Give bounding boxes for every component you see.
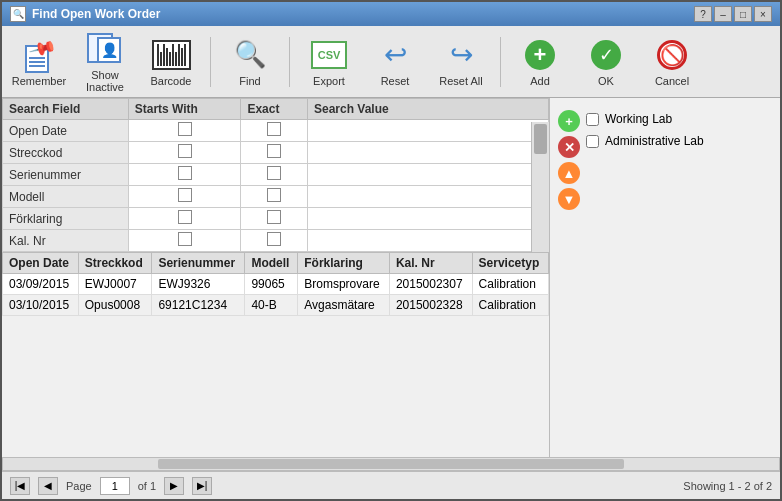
col-header-exact: Exact [241, 99, 308, 120]
results-col-open-date[interactable]: Open Date [3, 253, 79, 274]
table-cell: EWJ9326 [152, 274, 245, 295]
next-page-button[interactable]: ▶ [164, 477, 184, 495]
starts-with-checkbox[interactable] [178, 144, 192, 158]
separator-3 [500, 37, 501, 87]
field-strecckod: Strecckod [3, 142, 129, 164]
table-row[interactable]: 03/10/2015Opus000869121C123440-BAvgasmät… [3, 295, 549, 316]
left-panel: Search Field Starts With Exact Search Va… [2, 98, 550, 457]
search-value-input[interactable] [314, 168, 542, 182]
results-col-kal-nr[interactable]: Kal. Nr [389, 253, 472, 274]
title-bar: 🔍 Find Open Work Order ? – □ × [2, 2, 780, 26]
show-inactive-label: Show Inactive [75, 69, 135, 93]
barcode-icon [153, 37, 189, 73]
reset-button[interactable]: ↩ Reset [364, 31, 426, 93]
search-row-serienummer: Serienummer [3, 164, 549, 186]
search-value-input[interactable] [314, 124, 542, 138]
remember-button[interactable]: 📌 Remember [8, 31, 70, 93]
results-area: Open Date Streckkod Serienummer Modell F… [2, 252, 549, 457]
reset-icon: ↩ [377, 37, 413, 73]
table-cell: 03/09/2015 [3, 274, 79, 295]
search-row-forklaring: Förklaring [3, 208, 549, 230]
search-value-input[interactable] [314, 212, 542, 226]
move-up-button[interactable]: ▲ [558, 162, 580, 184]
table-cell: Bromsprovare [298, 274, 390, 295]
prev-page-button[interactable]: ◀ [38, 477, 58, 495]
search-row-modell: Modell [3, 186, 549, 208]
ok-button[interactable]: ✓ OK [575, 31, 637, 93]
help-button[interactable]: ? [694, 6, 712, 22]
window-icon: 🔍 [10, 6, 26, 22]
exact-checkbox[interactable] [267, 188, 281, 202]
starts-with-checkbox[interactable] [178, 210, 192, 224]
table-row[interactable]: 03/09/2015EWJ0007EWJ932699065Bromsprovar… [3, 274, 549, 295]
results-col-modell[interactable]: Modell [245, 253, 298, 274]
admin-lab-checkbox[interactable] [586, 135, 599, 148]
starts-with-open-date[interactable] [128, 120, 241, 142]
last-page-button[interactable]: ▶| [192, 477, 212, 495]
find-button[interactable]: 🔍 Find [219, 31, 281, 93]
show-inactive-icon: 👤 [87, 31, 123, 67]
search-scrollbar[interactable] [531, 122, 549, 252]
add-label: Add [530, 75, 550, 87]
horizontal-scrollbar[interactable] [2, 457, 780, 471]
starts-with-checkbox[interactable] [178, 122, 192, 136]
table-cell: Calibration [472, 274, 548, 295]
cancel-button[interactable]: 🚫 Cancel [641, 31, 703, 93]
value-open-date[interactable] [307, 120, 548, 142]
exact-open-date[interactable] [241, 120, 308, 142]
exact-checkbox[interactable] [267, 144, 281, 158]
search-row-strecckod: Strecckod [3, 142, 549, 164]
right-controls: + ✕ ▲ ▼ Working Lab Administrative Lab [558, 106, 772, 210]
working-lab-checkbox[interactable] [586, 113, 599, 126]
results-col-streckkod[interactable]: Streckkod [78, 253, 152, 274]
first-page-button[interactable]: |◀ [10, 477, 30, 495]
table-cell: 2015002307 [389, 274, 472, 295]
results-col-serienummer[interactable]: Serienummer [152, 253, 245, 274]
working-lab-label: Working Lab [605, 112, 672, 126]
search-row-kal-nr: Kal. Nr [3, 230, 549, 252]
field-modell: Modell [3, 186, 129, 208]
admin-lab-row: Administrative Lab [586, 132, 704, 150]
close-button[interactable]: × [754, 6, 772, 22]
export-button[interactable]: CSV Export [298, 31, 360, 93]
reset-all-button[interactable]: ↪ Reset All [430, 31, 492, 93]
search-value-input[interactable] [314, 234, 542, 248]
separator-1 [210, 37, 211, 87]
exact-checkbox[interactable] [267, 166, 281, 180]
starts-with-checkbox[interactable] [178, 166, 192, 180]
barcode-button[interactable]: Barcode [140, 31, 202, 93]
search-value-input[interactable] [314, 146, 542, 160]
search-value-input[interactable] [314, 190, 542, 204]
maximize-button[interactable]: □ [734, 6, 752, 22]
starts-with-checkbox[interactable] [178, 188, 192, 202]
col-header-field: Search Field [3, 99, 129, 120]
search-wrapper: Search Field Starts With Exact Search Va… [2, 98, 549, 252]
exact-checkbox[interactable] [267, 232, 281, 246]
toolbar: 📌 Remember 👤 Show Inactive [2, 26, 780, 98]
field-serienummer: Serienummer [3, 164, 129, 186]
table-cell: EWJ0007 [78, 274, 152, 295]
table-cell: 2015002328 [389, 295, 472, 316]
remember-label: Remember [12, 75, 66, 87]
barcode-label: Barcode [151, 75, 192, 87]
working-lab-row: Working Lab [586, 110, 704, 128]
move-down-button[interactable]: ▼ [558, 188, 580, 210]
starts-with-checkbox[interactable] [178, 232, 192, 246]
remove-item-button[interactable]: ✕ [558, 136, 580, 158]
page-of-label: of 1 [138, 480, 156, 492]
add-button[interactable]: + Add [509, 31, 571, 93]
page-number-input[interactable] [100, 477, 130, 495]
results-col-forklaring[interactable]: Förklaring [298, 253, 390, 274]
showing-label: Showing 1 - 2 of 2 [683, 480, 772, 492]
exact-checkbox[interactable] [267, 122, 281, 136]
minimize-button[interactable]: – [714, 6, 732, 22]
show-inactive-button[interactable]: 👤 Show Inactive [74, 31, 136, 93]
table-cell: 40-B [245, 295, 298, 316]
add-item-button[interactable]: + [558, 110, 580, 132]
table-cell: 03/10/2015 [3, 295, 79, 316]
export-label: Export [313, 75, 345, 87]
status-bar: |◀ ◀ Page of 1 ▶ ▶| Showing 1 - 2 of 2 [2, 471, 780, 499]
cancel-label: Cancel [655, 75, 689, 87]
results-col-servicetyp[interactable]: Servicetyp [472, 253, 548, 274]
exact-checkbox[interactable] [267, 210, 281, 224]
